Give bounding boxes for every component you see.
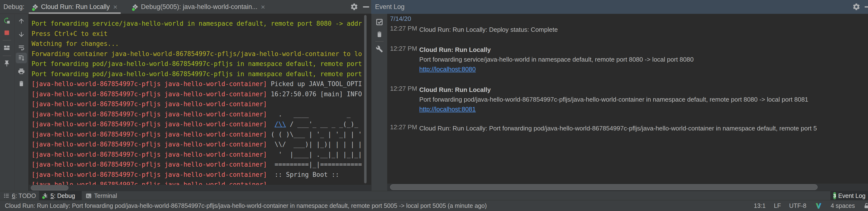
console-line: [java-hello-world-867854997c-pfljs java-… (32, 89, 363, 99)
toolbar-divider (3, 56, 11, 56)
tab-debug-5005[interactable]: ❖ Debug(5005): java-hello-world-contain.… (129, 0, 269, 14)
status-message: Cloud Run: Run Locally: Port forwarding … (5, 200, 487, 211)
close-tab-icon[interactable]: × (261, 3, 265, 11)
stop-icon[interactable] (3, 29, 10, 36)
event-log-entry: 12:27 PMCloud Run: Run Locally: Port for… (390, 123, 868, 133)
indent-setting[interactable]: 4 spaces (831, 202, 855, 209)
up-arrow-icon[interactable] (18, 18, 25, 25)
console-vertical-scrollbar[interactable] (364, 15, 367, 183)
console-line: [java-hello-world-867854997c-pfljs java-… (32, 129, 363, 140)
event-link[interactable]: http://localhost:8080 (419, 65, 476, 73)
console-horizontal-scrollbar-track (29, 185, 371, 191)
toolbar-divider (3, 40, 11, 40)
scroll-to-end-icon[interactable] (18, 54, 25, 62)
hide-icon[interactable] (363, 6, 369, 7)
pin-icon[interactable] (3, 60, 10, 67)
event-source: Cloud Run: Run Locally (419, 85, 808, 95)
run-controls-toolbar (0, 14, 14, 191)
print-icon[interactable] (18, 68, 25, 75)
tab-cloud-run-run-locally[interactable]: ❖ Cloud Run: Run Locally × (29, 0, 121, 14)
ide-window: Debug: ❖ Cloud Run: Run Locally × ❖ Debu… (0, 0, 868, 211)
console-line: [java-hello-world-867854997c-pfljs java-… (32, 99, 363, 110)
console-line: [java-hello-world-867854997c-pfljs java-… (32, 140, 363, 150)
event-log-entry: 12:27 PMCloud Run: Run LocallyPort forwa… (390, 45, 868, 74)
rerun-icon[interactable] (3, 17, 10, 24)
event-log-title: Event Log (375, 0, 405, 14)
cloud-code-icon: ❖ (32, 3, 38, 11)
console-line: [java-hello-world-867854997c-pfljs java-… (32, 159, 363, 170)
terminal-icon (85, 192, 92, 199)
event-time: 12:27 PM (390, 123, 417, 131)
todo-list-icon (3, 192, 10, 199)
debug-label: Debug: (3, 0, 25, 14)
console-output[interactable]: Port forwarding service/java-hello-world… (29, 14, 363, 185)
console-line: [java-hello-world-867854997c-pfljs java-… (32, 150, 363, 160)
tab-label: Debug(5005): java-hello-world-contain... (141, 3, 257, 11)
event-message: Port forwarding service/java-hello-world… (419, 55, 693, 64)
console-line: [java-hello-world-867854997c-pfljs java-… (32, 119, 363, 129)
event-log-entry: 12:27 PMCloud Run: Run Locally: Deploy s… (390, 25, 868, 34)
encoding[interactable]: UTF-8 (789, 202, 806, 209)
down-arrow-icon[interactable] (18, 31, 25, 38)
event-body: Cloud Run: Run LocallyPort forwarding se… (419, 45, 693, 74)
event-message: Cloud Run: Run Locally: Deploy status: C… (419, 25, 558, 34)
event-log-settings-gear-icon[interactable] (852, 3, 861, 11)
event-message: Cloud Run: Run Locally: Port forwarding … (419, 123, 817, 133)
console-line: Port forwarding pod/java-hello-world-867… (32, 59, 363, 69)
console-horizontal-scrollbar[interactable] (31, 185, 68, 190)
event-log-toolbar (371, 14, 387, 191)
event-log-horizontal-scrollbar[interactable] (390, 184, 817, 190)
tab-label: Cloud Run: Run Locally (41, 3, 110, 11)
event-log-hide-icon[interactable] (865, 6, 868, 7)
event-log-entry: 12:27 PMCloud Run: Run LocallyPort forwa… (390, 85, 868, 114)
event-log-date: 7/14/20 (390, 15, 411, 23)
status-bar: Cloud Run: Run Locally: Port forwarding … (0, 200, 868, 211)
toolwindow-todo-button[interactable]: 6: TODO (0, 191, 39, 200)
toolwindow-debug-button[interactable]: 5: Debug (39, 191, 82, 200)
settings-gear-icon[interactable] (350, 3, 358, 11)
line-ending[interactable]: LF (774, 202, 781, 209)
running-status-dot (42, 196, 45, 199)
console-line: Press Ctrl+C to exit (32, 29, 363, 39)
debug-bug-icon (42, 192, 48, 199)
console-line: Port forwarding service/java-hello-world… (32, 19, 363, 29)
cursor-position[interactable]: 13:1 (754, 202, 766, 209)
console-line: [java-hello-world-867854997c-pfljs java-… (32, 110, 363, 120)
console-line: Forwarding container java-hello-world-86… (32, 49, 363, 59)
console-line: [java-hello-world-867854997c-pfljs java-… (32, 180, 363, 185)
event-body: Cloud Run: Run Locally: Port forwarding … (419, 123, 817, 133)
event-time: 12:27 PM (390, 25, 417, 32)
event-message: Port forwarding pod/java-hello-world-867… (419, 95, 808, 104)
cloud-code-v-icon[interactable] (815, 202, 823, 210)
event-count-badge: 3 (833, 192, 836, 199)
status-bar-widgets: 13:1 LF UTF-8 4 spaces (754, 200, 868, 211)
soft-wrap-icon[interactable] (18, 44, 25, 52)
close-tab-icon[interactable]: × (113, 3, 118, 11)
toolbar-divider (375, 41, 383, 42)
mark-all-read-icon[interactable] (375, 18, 383, 26)
console-line: [java-hello-world-867854997c-pfljs java-… (32, 79, 363, 89)
settings-wrench-icon[interactable] (376, 46, 383, 53)
event-body: Cloud Run: Run Locally: Deploy status: C… (419, 25, 558, 34)
cloud-code-icon: ❖ (132, 3, 138, 11)
event-log-content[interactable]: 7/14/2012:27 PMCloud Run: Run Locally: D… (387, 14, 868, 191)
tool-window-bar: 6: TODO 5: Debug Terminal 3 Event Log (0, 191, 868, 200)
clear-all-icon[interactable] (18, 80, 25, 87)
event-time: 12:27 PM (390, 85, 417, 92)
console-line: Port forwarding pod/java-hello-world-867… (32, 69, 363, 79)
clear-all-icon[interactable] (375, 30, 383, 38)
restore-layout-icon[interactable] (3, 44, 10, 52)
unlocked-icon[interactable] (863, 203, 868, 209)
event-link[interactable]: http://localhost:8081 (419, 106, 476, 113)
toolwindow-event-log-button[interactable]: 3 Event Log (830, 191, 868, 200)
console-options-toolbar (14, 14, 29, 191)
event-source: Cloud Run: Run Locally (419, 45, 693, 55)
event-time: 12:27 PM (390, 45, 417, 52)
running-status-dot (131, 7, 135, 11)
event-log-horizontal-scrollbar-track (387, 184, 868, 191)
toolwindow-terminal-button[interactable]: Terminal (83, 191, 120, 200)
console-line: [java-hello-world-867854997c-pfljs java-… (32, 170, 363, 180)
event-log-header[interactable]: Event Log (371, 0, 868, 14)
console-line: Watching for changes... (32, 39, 363, 49)
running-status-dot (32, 7, 35, 11)
